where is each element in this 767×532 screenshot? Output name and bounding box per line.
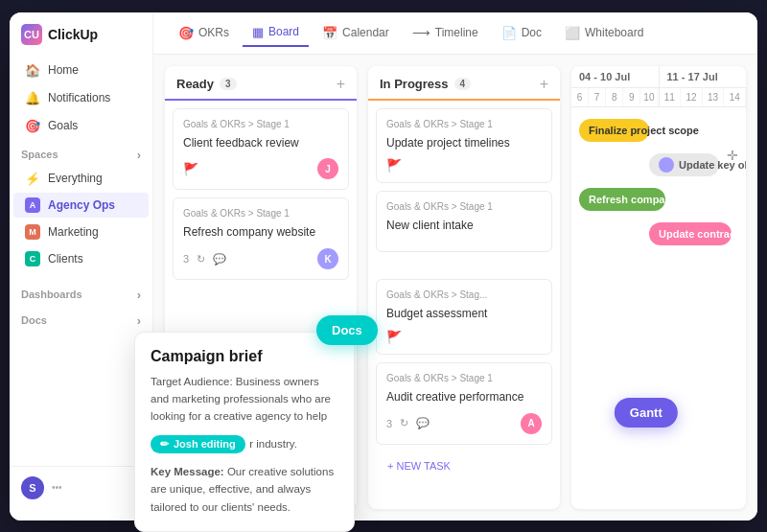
column-in-progress-cards: Goals & OKRs > Stage 1 Update project ti… (368, 101, 560, 509)
task-card[interactable]: Goals & OKRs > Stage 1 Audit creative pe… (376, 362, 552, 445)
tab-timeline[interactable]: ⟶ Timeline (403, 20, 488, 46)
task-stats: 3 ↻ 💬 (183, 253, 226, 266)
column-in-progress-title: In Progress (380, 77, 449, 91)
sidebar-item-agency-ops[interactable]: A Agency Ops (13, 193, 149, 218)
column-in-progress-header: In Progress 4 + (368, 66, 560, 101)
task-refresh-icon: ↻ (400, 417, 408, 429)
sidebar-item-clients[interactable]: C Clients (13, 246, 149, 271)
task-title: Update project timelines (386, 135, 542, 151)
task-avatar: A (521, 413, 542, 434)
board-icon: ▦ (252, 25, 264, 39)
task-title: Audit creative performance (386, 389, 542, 405)
gantt-day: 10 (640, 88, 658, 106)
tab-okrs[interactable]: 🎯 OKRs (169, 20, 239, 46)
pencil-icon: ✏ (160, 438, 169, 451)
sidebar-item-everything[interactable]: ⚡ Everything (13, 167, 149, 191)
task-meta: Goals & OKRs > Stage 1 (386, 373, 542, 383)
tab-doc[interactable]: 📄 Doc (492, 20, 551, 46)
dashboards-chevron-icon[interactable]: › (137, 288, 141, 302)
sidebar-item-notifications[interactable]: 🔔 Notifications (13, 85, 149, 111)
task-footer: 🚩 J (183, 158, 338, 179)
gantt-bar-row: Finalize project scope (579, 117, 738, 144)
docs-panel: Campaign brief Target Audience: Business… (153, 332, 355, 520)
gantt-day: 8 (606, 88, 623, 106)
task-card[interactable]: Goals & OKRs > Stage 1 Update project ti… (376, 108, 552, 184)
sidebar-item-home[interactable]: 🏠 Home (13, 58, 149, 83)
tab-calendar[interactable]: 📅 Calendar (313, 20, 399, 46)
gantt-bar-row: Refresh company website (579, 186, 738, 213)
gantt-week-2-label: 11 - 17 Jul (660, 66, 747, 88)
gantt-week-1-label: 04 - 10 Jul (571, 66, 659, 88)
task-comment-icon: 💬 (213, 253, 226, 266)
everything-icon: ⚡ (25, 172, 40, 186)
logo-icon: CU (21, 24, 42, 45)
gantt-bar-row: Update contractor agreement (579, 220, 738, 247)
gantt-area: 04 - 10 Jul 6 7 8 9 10 11 - 17 Jul 11 (571, 66, 746, 509)
gantt-day: 11 (660, 88, 682, 106)
drag-handle-icon: ✛ (727, 148, 738, 163)
task-meta: Goals & OKRs > Stage 1 (183, 119, 338, 129)
gantt-bar-finalize: Finalize project scope (579, 119, 649, 142)
okrs-icon: 🎯 (178, 26, 194, 40)
sidebar-item-marketing[interactable]: M Marketing (13, 220, 149, 244)
task-meta: Goals & OKRs > Stag... (386, 289, 542, 300)
task-flag-icon: 🚩 (386, 158, 402, 173)
task-footer: 3 ↻ 💬 A (386, 413, 542, 434)
gantt-day: 13 (703, 88, 725, 106)
dashboards-section-label: Dashboards › (10, 280, 152, 306)
task-title: Refresh company website (183, 224, 338, 241)
tab-whiteboard[interactable]: ⬜ Whiteboard (555, 20, 653, 46)
gantt-bar-update-objectives: Update key objectives (649, 153, 719, 176)
task-title: Budget assessment (386, 306, 542, 322)
sidebar-item-everything-label: Everything (48, 172, 103, 185)
sidebar-item-notifications-label: Notifications (48, 91, 110, 104)
spaces-section-label: Spaces › (10, 140, 152, 166)
sidebar-item-clients-label: Clients (48, 252, 83, 266)
gantt-day: 14 (724, 88, 746, 106)
clients-dot: C (25, 251, 40, 266)
column-in-progress: In Progress 4 + Goals & OKRs > Stage 1 U… (368, 66, 560, 509)
gantt-bar-row: Update key objectives (579, 151, 738, 178)
sidebar-item-goals-label: Goals (48, 119, 78, 132)
user-profile[interactable]: S ••• (10, 466, 152, 509)
sidebar-item-goals[interactable]: 🎯 Goals (13, 113, 149, 139)
task-title: Client feedback review (183, 135, 338, 151)
docs-tooltip: Docs (316, 315, 378, 345)
docs-panel-content-middle: r industry. (249, 438, 297, 450)
gantt-bar-contractor: Update contractor agreement (649, 222, 732, 245)
task-meta: Goals & OKRs > Stage 1 (386, 119, 542, 129)
column-ready-add-button[interactable]: + (337, 76, 345, 93)
top-nav: 🎯 OKRs ▦ Board 📅 Calendar ⟶ Timeline 📄 D… (153, 12, 757, 55)
gantt-day: 9 (623, 88, 640, 106)
docs-panel-content-before: Target Audience: Business owners and mar… (153, 373, 338, 426)
josh-editing-badge: ✏ Josh editing (153, 435, 245, 453)
gantt-header: 04 - 10 Jul 6 7 8 9 10 11 - 17 Jul 11 (571, 66, 746, 107)
spaces-chevron-icon[interactable]: › (137, 148, 141, 162)
sidebar-item-agency-ops-label: Agency Ops (48, 198, 115, 212)
task-title: New client intake (386, 218, 542, 234)
new-task-button[interactable]: + NEW TASK (376, 452, 552, 479)
task-subtask-count: 3 (386, 418, 392, 429)
logo-text: ClickUp (48, 27, 98, 42)
gantt-bar-refresh-website: Refresh company website (579, 188, 665, 211)
task-subtask-count: 3 (183, 253, 189, 265)
task-avatar: J (317, 158, 338, 179)
docs-chevron-icon[interactable]: › (137, 313, 141, 328)
marketing-dot: M (25, 224, 40, 240)
gantt-day: 12 (681, 88, 703, 106)
task-card[interactable]: Goals & OKRs > Stage 1 Client feedback r… (173, 108, 349, 191)
tab-board[interactable]: ▦ Board (243, 19, 309, 47)
gantt-day: 7 (589, 88, 606, 106)
task-meta: Goals & OKRs > Stage 1 (386, 201, 542, 212)
column-in-progress-count: 4 (454, 78, 472, 90)
docs-panel-title: Campaign brief (153, 348, 338, 365)
sidebar-item-marketing-label: Marketing (48, 225, 99, 239)
task-card[interactable]: Goals & OKRs > Stag... Budget assessment… (376, 279, 552, 355)
task-footer: 🚩 (386, 158, 542, 173)
app-logo: CU ClickUp (10, 24, 152, 57)
task-card[interactable]: Goals & OKRs > Stage 1 Refresh company w… (173, 197, 349, 280)
doc-icon: 📄 (501, 26, 517, 40)
task-flag-icon: 🚩 (183, 162, 198, 176)
task-card[interactable]: Goals & OKRs > Stage 1 New client intake (376, 191, 552, 252)
column-in-progress-add-button[interactable]: + (540, 76, 548, 93)
